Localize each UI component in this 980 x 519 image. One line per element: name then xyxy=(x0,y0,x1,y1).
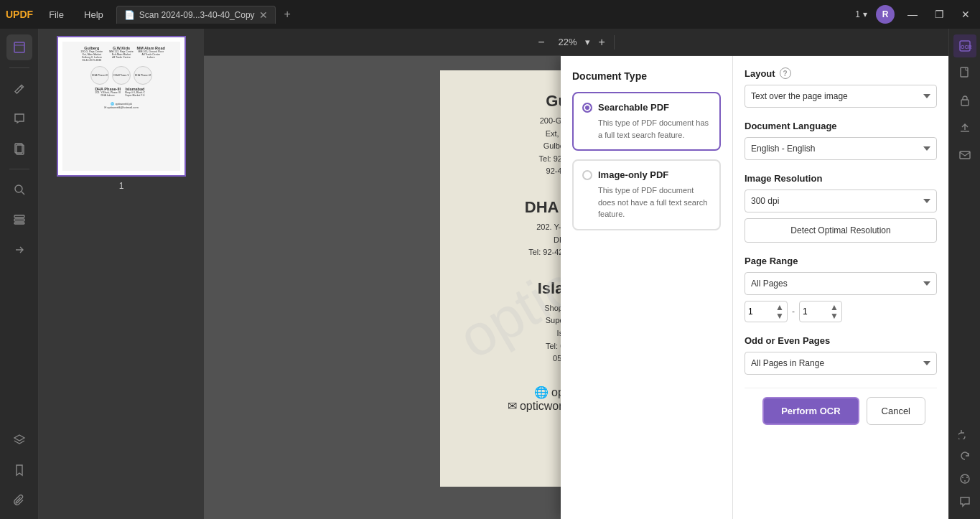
page-to-input[interactable]: 1 ▲ ▼ xyxy=(799,301,842,322)
layout-select[interactable]: Text over the page image Text under the … xyxy=(745,85,937,108)
right-icon-page[interactable] xyxy=(953,62,976,85)
svg-line-6 xyxy=(22,192,24,195)
right-icon-lock[interactable] xyxy=(953,89,976,112)
ocr-panel: Document Type Searchable PDF This type o… xyxy=(561,56,948,519)
page-range-section: Page Range All Pages Current Page Custom… xyxy=(745,256,937,322)
zoom-display: 22% ▾ xyxy=(554,37,590,47)
odd-even-select[interactable]: All Pages in Range Odd Pages Only Even P… xyxy=(745,352,937,375)
page-range-select[interactable]: All Pages Current Page Custom Range xyxy=(745,272,937,295)
minimize-button[interactable]: — xyxy=(903,9,922,20)
layout-help-icon[interactable]: ? xyxy=(780,67,791,79)
doc-type-searchable-header: Searchable PDF xyxy=(582,102,711,113)
page-range-title-text: Page Range xyxy=(745,256,798,266)
page-range-inputs: 1 ▲ ▼ - 1 ▲ xyxy=(745,301,937,322)
right-icon-comment[interactable] xyxy=(953,490,976,513)
layout-title-text: Layout xyxy=(745,68,775,79)
thumbnail-page-1[interactable]: Gulberg 200-G, Raja Centre Ext, Main Mar… xyxy=(57,36,186,177)
sidebar-item-edit[interactable] xyxy=(6,75,32,101)
page-from-input[interactable]: 1 ▲ ▼ xyxy=(745,301,788,322)
page-to-down[interactable]: ▼ xyxy=(830,312,839,320)
right-icon-ocr[interactable]: OCR xyxy=(953,34,976,57)
resolution-select[interactable]: 300 dpi 72 dpi 150 dpi 600 dpi xyxy=(745,190,937,212)
right-sidebar: OCR xyxy=(948,29,980,519)
svg-rect-14 xyxy=(960,151,970,159)
sidebar-item-view[interactable] xyxy=(6,34,32,60)
app-logo: UPDF xyxy=(6,9,33,20)
main-area: Gulberg 200-G, Raja Centre Ext, Main Mar… xyxy=(0,29,980,519)
zoom-out-button[interactable]: − xyxy=(538,36,544,49)
page-chevron-icon: ▾ xyxy=(863,9,867,19)
svg-point-15 xyxy=(961,474,969,483)
thumbnail-image: Gulberg 200-G, Raja Centre Ext, Main Mar… xyxy=(62,42,180,171)
menu-file[interactable]: File xyxy=(42,6,71,23)
doc-type-image-name: Image-only PDF xyxy=(598,169,668,180)
zoom-value: 22% xyxy=(554,37,582,47)
language-label: Document Language xyxy=(745,121,937,131)
page-from-arrows[interactable]: ▲ ▼ xyxy=(775,303,784,320)
doc-type-searchable[interactable]: Searchable PDF This type of PDF document… xyxy=(572,92,721,151)
toolbar-separator xyxy=(614,35,615,50)
zoom-chevron-icon[interactable]: ▾ xyxy=(585,37,590,47)
sidebar-item-attachment[interactable] xyxy=(6,487,32,513)
right-sidebar-bottom xyxy=(953,421,976,513)
resolution-label: Image Resolution xyxy=(745,173,937,184)
tab-title: Scan 2024-09...3-40-40_Copy xyxy=(139,10,255,20)
sidebar-item-search[interactable] xyxy=(6,177,32,202)
right-icon-palette[interactable] xyxy=(953,467,976,490)
right-icon-redo[interactable] xyxy=(953,444,976,467)
svg-line-2 xyxy=(20,86,22,88)
sidebar-item-organize[interactable] xyxy=(6,207,32,233)
odd-even-label: Odd or Even Pages xyxy=(745,335,937,346)
right-icon-upload[interactable] xyxy=(953,116,976,139)
layout-label: Layout ? xyxy=(745,67,937,79)
right-icon-email[interactable] xyxy=(953,144,976,167)
svg-point-18 xyxy=(964,480,966,482)
doc-type-image-only[interactable]: Image-only PDF This type of PDF document… xyxy=(572,159,721,230)
svg-rect-9 xyxy=(14,223,24,224)
layout-section: Layout ? Text over the page image Text u… xyxy=(745,67,937,108)
right-icon-undo[interactable] xyxy=(953,421,976,444)
perform-ocr-button[interactable]: Perform OCR xyxy=(762,397,859,425)
cancel-button[interactable]: Cancel xyxy=(867,397,925,425)
language-select[interactable]: English - English French - French xyxy=(745,137,937,160)
tab-icon: 📄 xyxy=(124,10,135,20)
titlebar-right: 1 ▾ R — ❐ ✕ xyxy=(855,5,974,24)
svg-rect-8 xyxy=(14,219,24,221)
sidebar-item-pages[interactable] xyxy=(6,136,32,162)
menu-help[interactable]: Help xyxy=(77,6,111,23)
page-from-value: 1 xyxy=(748,307,753,317)
document-view: opticworld Gulberg 200-G , Raja Centre. … xyxy=(204,56,948,519)
sidebar-item-comment[interactable] xyxy=(6,106,32,131)
sidebar-item-bookmark[interactable] xyxy=(6,457,32,483)
page-indicator[interactable]: 1 ▾ xyxy=(855,9,867,19)
doc-type-image-desc: This type of PDF document does not have … xyxy=(582,184,711,220)
page-range-label: Page Range xyxy=(745,256,937,266)
svg-rect-0 xyxy=(14,42,24,52)
tab-close-button[interactable]: ✕ xyxy=(259,9,268,21)
page-from-down[interactable]: ▼ xyxy=(775,312,784,320)
user-avatar[interactable]: R xyxy=(876,5,895,24)
resolution-section: Image Resolution 300 dpi 72 dpi 150 dpi … xyxy=(745,173,937,243)
titlebar: UPDF File Help 📄 Scan 2024-09...3-40-40_… xyxy=(0,0,980,29)
doc-type-searchable-desc: This type of PDF document has a full tex… xyxy=(582,117,711,141)
sidebar-item-convert[interactable] xyxy=(6,237,32,263)
page-to-value: 1 xyxy=(803,307,808,317)
page-to-arrows[interactable]: ▲ ▼ xyxy=(830,303,839,320)
tab-document[interactable]: 📄 Scan 2024-09...3-40-40_Copy ✕ xyxy=(116,6,276,24)
radio-searchable[interactable] xyxy=(582,103,592,113)
radio-image-only[interactable] xyxy=(582,170,592,180)
zoom-in-button[interactable]: + xyxy=(599,36,605,49)
resolution-title-text: Image Resolution xyxy=(745,173,822,184)
detect-resolution-button[interactable]: Detect Optimal Resolution xyxy=(745,218,937,243)
close-button[interactable]: ✕ xyxy=(957,9,974,20)
range-dash: - xyxy=(792,307,795,317)
ocr-footer: Perform OCR Cancel xyxy=(745,388,937,434)
sidebar-item-layers[interactable] xyxy=(6,427,32,453)
ocr-document-type-section: Document Type Searchable PDF This type o… xyxy=(561,56,733,519)
svg-rect-7 xyxy=(14,215,24,218)
svg-point-5 xyxy=(15,185,22,192)
language-title-text: Document Language xyxy=(745,121,837,131)
maximize-button[interactable]: ❐ xyxy=(930,9,948,20)
tab-add-button[interactable]: + xyxy=(284,8,291,21)
doc-type-image-header: Image-only PDF xyxy=(582,169,711,180)
